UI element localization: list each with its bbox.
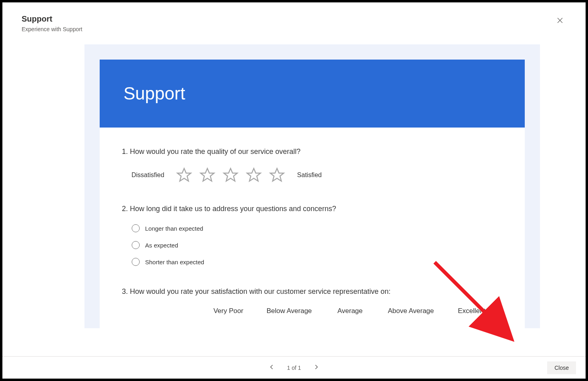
svg-marker-3 (201, 168, 214, 181)
star-1[interactable] (176, 167, 192, 183)
radio-option-expected[interactable]: As expected (132, 241, 502, 249)
survey-scroll-area[interactable]: Support 1. How would you rate the qualit… (84, 44, 540, 328)
question-2-text: 2. How long did it take us to address yo… (122, 205, 502, 213)
chevron-left-icon (269, 365, 274, 371)
survey-hero: Support (100, 60, 525, 128)
rating-low-label: Dissatisfied (132, 172, 165, 179)
modal-body: Support 1. How would you rate the qualit… (2, 36, 586, 356)
svg-marker-4 (224, 168, 237, 181)
question-1: 1. How would you rate the quality of our… (122, 148, 502, 183)
star-3[interactable] (223, 167, 239, 183)
radio-label: As expected (145, 242, 179, 249)
survey-hero-title: Support (124, 84, 501, 104)
radio-option-shorter[interactable]: Shorter than expected (132, 258, 502, 266)
question-1-text: 1. How would you rate the quality of our… (122, 148, 502, 156)
chevron-right-icon (314, 365, 319, 371)
modal-subtitle: Experience with Support (22, 26, 82, 32)
star-5[interactable] (269, 167, 285, 183)
close-button[interactable]: Close (547, 361, 576, 374)
star-2[interactable] (199, 167, 215, 183)
star-4[interactable] (246, 167, 262, 183)
radio-icon (132, 241, 140, 249)
svg-marker-6 (271, 168, 284, 181)
pagination: 1 of 1 (266, 362, 322, 373)
svg-marker-2 (178, 168, 191, 181)
survey-content: 1. How would you rate the quality of our… (100, 128, 525, 328)
radio-icon (132, 258, 140, 266)
likert-col-below-average: Below Average (259, 307, 320, 315)
close-icon (557, 18, 563, 24)
question-3: 3. How would you rate your satisfaction … (122, 287, 502, 315)
likert-col-above-average: Above Average (381, 307, 442, 315)
modal-title: Support (22, 14, 82, 24)
next-page-button[interactable] (311, 362, 322, 373)
radio-group: Longer than expected As expected Shorter… (122, 224, 502, 266)
star-rating-row: Dissatisfied Satisfied (122, 167, 502, 183)
likert-col-very-poor: Very Poor (198, 307, 259, 315)
likert-col-excellent: Excellent (442, 307, 502, 315)
star-group (176, 167, 285, 183)
question-3-text: 3. How would you rate your satisfaction … (122, 287, 502, 296)
radio-icon (132, 224, 140, 232)
modal-footer: 1 of 1 Close (2, 356, 586, 379)
modal-header: Support Experience with Support (2, 2, 586, 36)
rating-high-label: Satisfied (297, 172, 321, 179)
question-2: 2. How long did it take us to address yo… (122, 205, 502, 266)
close-icon-button[interactable] (554, 14, 566, 27)
svg-marker-5 (247, 168, 261, 181)
modal-dialog: Support Experience with Support Support … (2, 2, 586, 379)
radio-label: Shorter than expected (145, 259, 205, 265)
page-indicator: 1 of 1 (287, 365, 301, 371)
prev-page-button[interactable] (266, 362, 277, 373)
likert-header-row: Very Poor Below Average Average Above Av… (122, 307, 502, 315)
likert-col-average: Average (320, 307, 381, 315)
radio-option-longer[interactable]: Longer than expected (132, 224, 502, 232)
radio-label: Longer than expected (145, 225, 203, 232)
